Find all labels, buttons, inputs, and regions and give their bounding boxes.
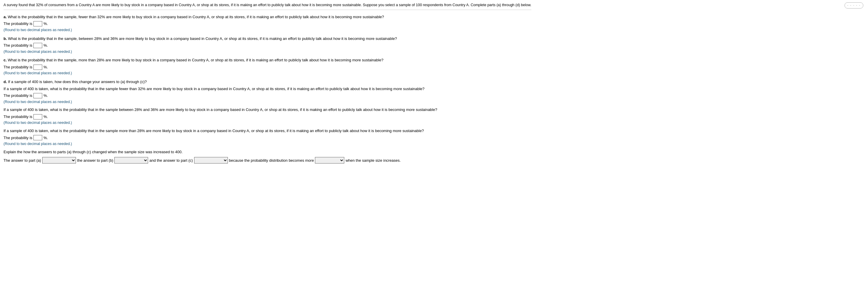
section-d-sub1-input[interactable]	[33, 93, 42, 98]
explain-header: Explain the how the answers to parts (a)…	[3, 149, 865, 155]
section-c-answer-line: The probability is %.	[3, 64, 865, 70]
section-a-input[interactable]	[33, 21, 42, 26]
section-c-header: c. What is the probability that in the s…	[3, 57, 865, 63]
intro-text: A survey found that 32% of consumers fro…	[3, 2, 531, 10]
section-a: a. What is the probability that in the s…	[3, 14, 865, 33]
section-d-sub3-text: If a sample of 400 is taken, what is the…	[3, 128, 865, 134]
section-a-header: a. What is the probability that in the s…	[3, 14, 865, 20]
section-b-answer-line: The probability is %.	[3, 42, 865, 49]
section-b-header: b. What is the probability that in the s…	[3, 36, 865, 42]
section-d-sub3-input[interactable]	[33, 135, 42, 140]
section-d-sub3-prefix: The probability is	[3, 135, 32, 141]
section-c-input[interactable]	[33, 64, 42, 70]
section-d: d. If a sample of 400 is taken, how does…	[3, 79, 865, 164]
section-a-answer-line: The probability is %.	[3, 21, 865, 27]
section-b-suffix: %.	[43, 42, 48, 49]
section-d-sub1-suffix: %.	[43, 93, 48, 98]
explain-part-c-select[interactable]: increased decreased stayed the same	[194, 157, 228, 164]
section-d-sub2-answer-line: The probability is %.	[3, 114, 865, 120]
explain-part-b-label: the answer to part (b)	[77, 157, 114, 164]
section-d-sub2-input[interactable]	[33, 114, 42, 119]
section-c: c. What is the probability that in the s…	[3, 57, 865, 76]
section-a-suffix: %.	[43, 21, 48, 27]
section-a-round-note: (Round to two decimal places as needed.)	[3, 27, 865, 33]
section-d-sub2-text: If a sample of 400 is taken, what is the…	[3, 107, 865, 113]
explain-part-a-label: The answer to part (a)	[3, 157, 41, 164]
section-d-sub1-prefix: The probability is	[3, 93, 32, 98]
explain-part-a-select[interactable]: increased decreased stayed the same	[42, 157, 76, 164]
section-d-sub3-round-note: (Round to two decimal places as needed.)	[3, 141, 865, 147]
section-d-sub1-round-note: (Round to two decimal places as needed.)	[3, 99, 865, 105]
dots-button[interactable]: · · · · ·	[844, 2, 863, 8]
section-b-round-note: (Round to two decimal places as needed.)	[3, 49, 865, 55]
explain-part-b-select[interactable]: increased decreased stayed the same	[114, 157, 148, 164]
section-d-header: d. If a sample of 400 is taken, how does…	[3, 79, 865, 85]
section-d-sub1-answer-line: The probability is %.	[3, 93, 865, 98]
section-c-prefix: The probability is	[3, 64, 32, 70]
section-d-sub2-round-note: (Round to two decimal places as needed.)	[3, 120, 865, 126]
section-b: b. What is the probability that in the s…	[3, 36, 865, 55]
explain-end-label: when the sample size increases.	[345, 157, 401, 164]
section-b-prefix: The probability is	[3, 42, 32, 49]
explain-dist-select[interactable]: normal uniform skewed	[315, 157, 344, 164]
section-a-prefix: The probability is	[3, 21, 32, 27]
section-d-sub2-prefix: The probability is	[3, 114, 32, 120]
section-c-suffix: %.	[43, 64, 48, 70]
section-c-round-note: (Round to two decimal places as needed.)	[3, 70, 865, 76]
explain-bottom-line: The answer to part (a) increased decreas…	[3, 157, 865, 164]
section-d-sub3-suffix: %.	[43, 135, 48, 141]
explain-part-c-label: and the answer to part (c)	[149, 157, 193, 164]
explain-because-label: because the probability distribution bec…	[229, 157, 314, 164]
section-d-sub1-text: If a sample of 400 is taken, what is the…	[3, 86, 865, 92]
section-d-sub3-answer-line: The probability is %.	[3, 135, 865, 141]
section-d-sub2-suffix: %.	[43, 114, 48, 120]
section-b-input[interactable]	[33, 43, 42, 48]
